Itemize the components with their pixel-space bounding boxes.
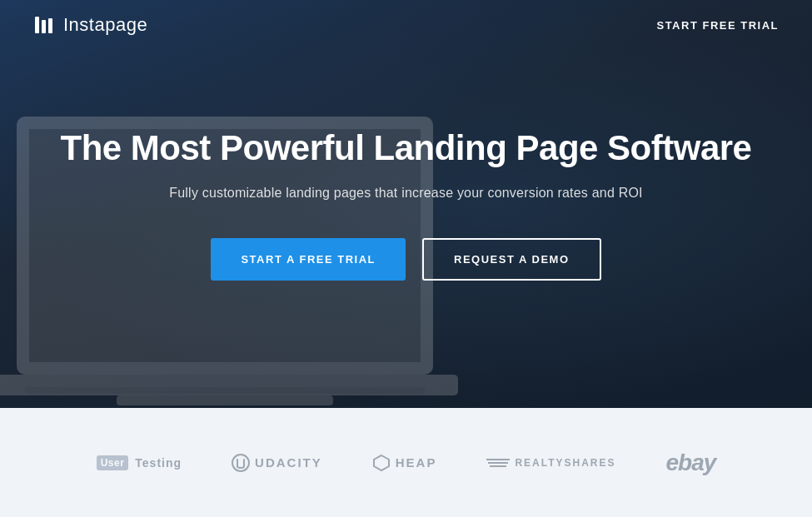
udacity-icon [232, 454, 250, 472]
request-demo-button[interactable]: REQUEST A DEMO [422, 238, 601, 281]
svg-rect-6 [42, 20, 46, 33]
logo-icon [33, 13, 57, 37]
hero-subtitle: Fully customizable landing pages that in… [61, 186, 752, 201]
ebay-text: ebay [666, 450, 716, 476]
heap-icon [372, 454, 391, 472]
usertesting-badge: User [97, 455, 129, 470]
hero-section: Instapage START FREE TRIAL The Most Powe… [0, 0, 812, 408]
udacity-text: UDACITY [255, 455, 322, 470]
svg-marker-9 [374, 455, 389, 470]
realtyshares-icon [486, 456, 510, 470]
hero-title: The Most Powerful Landing Page Software [61, 127, 752, 169]
realtyshares-text: REALTYSHARES [515, 457, 615, 469]
svg-rect-5 [35, 17, 39, 33]
logo-ebay: ebay [666, 450, 716, 476]
svg-rect-4 [25, 387, 425, 394]
svg-rect-7 [48, 18, 52, 33]
hero-content: The Most Powerful Landing Page Software … [27, 127, 785, 281]
usertesting-text: Testing [135, 456, 182, 470]
logo[interactable]: Instapage [33, 13, 147, 37]
logo-usertesting: User Testing [97, 455, 182, 470]
heap-text: HEAP [396, 455, 437, 470]
logo-svg-icon [33, 13, 57, 37]
start-free-trial-button[interactable]: START A FREE TRIAL [211, 238, 406, 281]
nav-start-free-trial-button[interactable]: START FREE TRIAL [656, 19, 779, 32]
logos-section: User Testing UDACITY HEAP REALTYSHARES e… [0, 408, 812, 517]
logo-text: Instapage [63, 14, 147, 36]
svg-rect-3 [117, 395, 333, 405]
logo-realtyshares: REALTYSHARES [486, 456, 615, 470]
hero-buttons: START A FREE TRIAL REQUEST A DEMO [61, 238, 752, 281]
logo-udacity: UDACITY [232, 454, 322, 472]
header: Instapage START FREE TRIAL [0, 0, 812, 50]
logo-heap: HEAP [372, 454, 437, 472]
